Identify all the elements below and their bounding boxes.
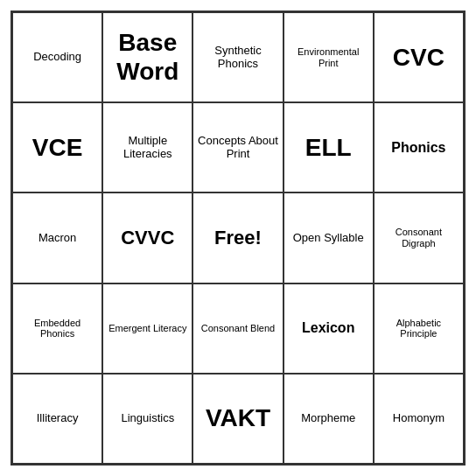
cell-text-r2c2: Free! bbox=[214, 227, 262, 248]
cell-text-r4c2: VAKT bbox=[206, 404, 270, 432]
cell-r2c0: Macron bbox=[12, 192, 102, 283]
cell-r4c4: Homonym bbox=[374, 374, 464, 464]
cell-r2c3: Open Syllable bbox=[284, 192, 374, 283]
cell-text-r1c3: ELL bbox=[305, 134, 352, 162]
bingo-board: DecodingBase WordSynthetic PhonicsEnviro… bbox=[10, 10, 466, 466]
cell-text-r4c0: Illiteracy bbox=[37, 412, 79, 425]
cell-text-r4c3: Morpheme bbox=[301, 412, 355, 425]
cell-r0c4: CVC bbox=[374, 12, 464, 102]
cell-r3c4: Alphabetic Principle bbox=[374, 284, 464, 374]
cell-r2c1: CVVC bbox=[102, 192, 192, 283]
cell-r3c3: Lexicon bbox=[284, 284, 374, 374]
cell-text-r4c4: Homonym bbox=[393, 412, 444, 425]
cell-r3c0: Embedded Phonics bbox=[12, 284, 102, 374]
cell-r1c0: VCE bbox=[12, 102, 102, 192]
cell-r1c2: Concepts About Print bbox=[192, 102, 283, 192]
cell-r4c3: Morpheme bbox=[284, 374, 374, 464]
cell-r3c2: Consonant Blend bbox=[192, 284, 283, 374]
cell-text-r3c2: Consonant Blend bbox=[201, 323, 275, 334]
cell-text-r0c4: CVC bbox=[393, 44, 444, 72]
cell-r2c4: Consonant Digraph bbox=[374, 192, 464, 283]
cell-text-r0c2: Synthetic Phonics bbox=[197, 45, 278, 71]
cell-text-r0c0: Decoding bbox=[33, 51, 81, 64]
cell-r4c0: Illiteracy bbox=[12, 374, 102, 464]
cell-r4c1: Linguistics bbox=[102, 374, 192, 464]
cell-text-r3c3: Lexicon bbox=[302, 320, 354, 336]
cell-text-r2c1: CVVC bbox=[121, 227, 174, 248]
cell-text-r1c0: VCE bbox=[32, 134, 83, 162]
cell-r3c1: Emergent Literacy bbox=[102, 284, 192, 374]
cell-r0c1: Base Word bbox=[102, 12, 192, 102]
cell-r1c4: Phonics bbox=[374, 102, 464, 192]
cell-text-r2c4: Consonant Digraph bbox=[378, 227, 459, 248]
cell-text-r0c1: Base Word bbox=[107, 29, 188, 85]
cell-text-r2c0: Macron bbox=[38, 232, 76, 245]
cell-text-r3c1: Emergent Literacy bbox=[108, 323, 186, 334]
cell-text-r1c4: Phonics bbox=[391, 140, 445, 156]
cell-r0c3: Environmental Print bbox=[284, 12, 374, 102]
cell-text-r2c3: Open Syllable bbox=[293, 232, 364, 245]
cell-r1c1: Multiple Literacies bbox=[102, 102, 192, 192]
cell-text-r0c3: Environmental Print bbox=[288, 46, 369, 68]
cell-r1c3: ELL bbox=[284, 102, 374, 192]
cell-r4c2: VAKT bbox=[192, 374, 283, 464]
cell-r0c0: Decoding bbox=[12, 12, 102, 102]
cell-text-r1c2: Concepts About Print bbox=[197, 135, 278, 161]
cell-text-r3c0: Embedded Phonics bbox=[17, 318, 98, 340]
cell-text-r3c4: Alphabetic Principle bbox=[378, 318, 459, 340]
cell-text-r1c1: Multiple Literacies bbox=[107, 135, 188, 161]
cell-r2c2: Free! bbox=[192, 192, 283, 283]
cell-r0c2: Synthetic Phonics bbox=[192, 12, 283, 102]
cell-text-r4c1: Linguistics bbox=[121, 412, 174, 425]
